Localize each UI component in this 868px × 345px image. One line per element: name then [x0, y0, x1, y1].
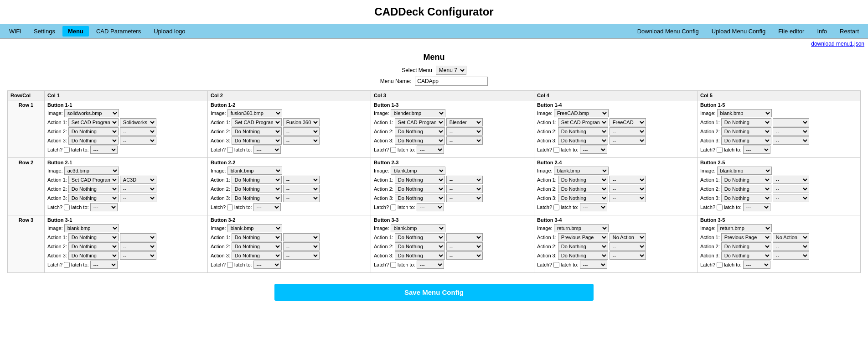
action3-select-r3-c1[interactable]: Do Nothing [68, 251, 119, 260]
action3-sub-select-r3-c3[interactable]: -- [446, 251, 483, 260]
download-link[interactable]: download menu1.json [0, 39, 868, 49]
image-select-r3-c4[interactable]: return.bmp [554, 224, 609, 232]
action2-select-r1-c2[interactable]: Do Nothing [232, 127, 282, 136]
latch-to-select-r3-c5[interactable]: --- [743, 261, 770, 269]
action1-sub-select-r2-c1[interactable]: AC3D [120, 176, 156, 184]
action1-sub-select-r3-c5[interactable]: No Action [773, 233, 809, 241]
nav-restart[interactable]: Restart [834, 26, 864, 37]
action1-select-r2-c1[interactable]: Set CAD Program [68, 176, 119, 184]
action2-select-r1-c3[interactable]: Do Nothing [395, 127, 445, 136]
latch-to-select-r3-c1[interactable]: --- [90, 261, 118, 269]
action3-sub-select-r1-c1[interactable]: -- [120, 136, 156, 145]
nav-download-menu-config[interactable]: Download Menu Config [632, 26, 704, 37]
action1-sub-select-r3-c3[interactable]: -- [446, 233, 483, 241]
latch-to-select-r3-c4[interactable]: --- [580, 261, 607, 269]
latch-checkbox-r2-c4[interactable] [553, 204, 559, 210]
image-select-r2-c2[interactable]: blank.bmp [227, 167, 282, 175]
action2-sub-select-r3-c4[interactable]: -- [610, 242, 646, 251]
image-select-r2-c4[interactable]: blank.bmp [554, 167, 609, 175]
action2-select-r1-c5[interactable]: Do Nothing [721, 127, 771, 136]
latch-checkbox-r2-c1[interactable] [64, 204, 70, 210]
action3-sub-select-r2-c2[interactable]: -- [283, 194, 320, 202]
nav-menu[interactable]: Menu [62, 26, 89, 37]
action2-select-r3-c4[interactable]: Do Nothing [558, 242, 608, 251]
action3-select-r3-c3[interactable]: Do Nothing [395, 251, 445, 260]
action2-select-r2-c4[interactable]: Do Nothing [558, 185, 608, 193]
latch-to-select-r1-c3[interactable]: --- [417, 146, 444, 154]
action2-select-r1-c4[interactable]: Do Nothing [558, 127, 608, 136]
action2-sub-select-r1-c4[interactable]: -- [610, 127, 646, 136]
action1-select-r2-c2[interactable]: Do Nothing [232, 176, 282, 184]
latch-to-select-r1-c5[interactable]: --- [743, 146, 770, 154]
action3-select-r2-c3[interactable]: Do Nothing [395, 194, 445, 202]
action2-sub-select-r3-c5[interactable]: -- [773, 242, 809, 251]
action2-sub-select-r1-c5[interactable]: -- [773, 127, 809, 136]
action1-sub-select-r1-c4[interactable]: FreeCAD [610, 118, 646, 126]
latch-to-select-r2-c2[interactable]: --- [253, 203, 281, 211]
action1-select-r3-c1[interactable]: Do Nothing [68, 233, 119, 241]
latch-checkbox-r1-c4[interactable] [553, 147, 559, 153]
action3-sub-select-r3-c1[interactable]: -- [120, 251, 156, 260]
action1-sub-select-r2-c3[interactable]: -- [446, 176, 483, 184]
select-menu-dropdown[interactable]: Menu 1Menu 2Menu 3 Menu 4Menu 5Menu 6 Me… [436, 66, 466, 75]
latch-to-select-r2-c1[interactable]: --- [90, 203, 118, 211]
action1-select-r1-c3[interactable]: Set CAD Program [395, 118, 445, 126]
latch-checkbox-r3-c3[interactable] [390, 262, 396, 268]
image-select-r2-c1[interactable]: ac3d.bmp [64, 167, 119, 175]
action3-sub-select-r1-c3[interactable]: -- [446, 136, 483, 145]
action3-select-r2-c4[interactable]: Do Nothing [558, 194, 608, 202]
nav-wifi[interactable]: WiFi [4, 26, 26, 37]
latch-checkbox-r1-c2[interactable] [227, 147, 233, 153]
action2-select-r3-c1[interactable]: Do Nothing [68, 242, 119, 251]
image-select-r1-c1[interactable]: solidworks.bmp [64, 109, 119, 117]
action2-select-r2-c3[interactable]: Do Nothing [395, 185, 445, 193]
action2-sub-select-r3-c1[interactable]: -- [120, 242, 156, 251]
action2-select-r3-c2[interactable]: Do Nothing [232, 242, 282, 251]
action1-select-r1-c4[interactable]: Set CAD Program [558, 118, 608, 126]
latch-checkbox-r2-c2[interactable] [227, 204, 233, 210]
action3-select-r2-c5[interactable]: Do Nothing [721, 194, 771, 202]
latch-to-select-r1-c2[interactable]: --- [253, 146, 281, 154]
action2-select-r1-c1[interactable]: Do Nothing [68, 127, 119, 136]
action2-select-r2-c1[interactable]: Do Nothing [68, 185, 119, 193]
image-select-r2-c5[interactable]: blank.bmp [717, 167, 772, 175]
action3-select-r2-c1[interactable]: Do Nothing [68, 194, 119, 202]
action3-sub-select-r2-c4[interactable]: -- [610, 194, 646, 202]
action1-sub-select-r3-c1[interactable]: -- [120, 233, 156, 241]
action3-select-r3-c5[interactable]: Do Nothing [721, 251, 771, 260]
latch-checkbox-r2-c5[interactable] [717, 204, 723, 210]
action1-select-r2-c5[interactable]: Do Nothing [721, 176, 771, 184]
action3-sub-select-r2-c5[interactable]: -- [773, 194, 809, 202]
latch-to-select-r1-c4[interactable]: --- [580, 146, 607, 154]
image-select-r3-c3[interactable]: blank.bmp [391, 224, 445, 232]
action1-sub-select-r1-c5[interactable]: -- [773, 118, 809, 126]
latch-to-select-r2-c4[interactable]: --- [580, 203, 607, 211]
image-select-r1-c4[interactable]: FreeCAD.bmp [554, 109, 609, 117]
action3-select-r3-c2[interactable]: Do Nothing [232, 251, 282, 260]
latch-to-select-r2-c3[interactable]: --- [417, 203, 444, 211]
latch-to-select-r3-c2[interactable]: --- [253, 261, 281, 269]
action2-sub-select-r2-c4[interactable]: -- [610, 185, 646, 193]
latch-checkbox-r1-c3[interactable] [390, 147, 396, 153]
action1-select-r3-c4[interactable]: Previous Page [558, 233, 608, 241]
nav-upload-logo[interactable]: Upload logo [148, 26, 191, 37]
nav-settings[interactable]: Settings [28, 26, 61, 37]
action3-sub-select-r3-c5[interactable]: -- [773, 251, 809, 260]
image-select-r1-c2[interactable]: fusion360.bmp [227, 109, 282, 117]
action2-sub-select-r2-c2[interactable]: -- [283, 185, 320, 193]
action2-sub-select-r2-c1[interactable]: -- [120, 185, 156, 193]
action1-select-r3-c5[interactable]: Previous Page [721, 233, 771, 241]
action1-sub-select-r2-c5[interactable]: -- [773, 176, 809, 184]
action3-select-r3-c4[interactable]: Do Nothing [558, 251, 608, 260]
action2-select-r2-c5[interactable]: Do Nothing [721, 185, 771, 193]
image-select-r1-c5[interactable]: blank.bmp [717, 109, 772, 117]
action3-sub-select-r2-c1[interactable]: -- [120, 194, 156, 202]
save-menu-config-button[interactable]: Save Menu Config [274, 284, 594, 301]
latch-checkbox-r1-c1[interactable] [64, 147, 70, 153]
image-select-r3-c1[interactable]: blank.bmp [64, 224, 119, 232]
action2-sub-select-r3-c3[interactable]: -- [446, 242, 483, 251]
action1-select-r1-c1[interactable]: Set CAD Program [68, 118, 119, 126]
latch-checkbox-r3-c2[interactable] [227, 262, 233, 268]
action1-sub-select-r2-c2[interactable]: -- [283, 176, 320, 184]
action1-sub-select-r2-c4[interactable]: -- [610, 176, 646, 184]
